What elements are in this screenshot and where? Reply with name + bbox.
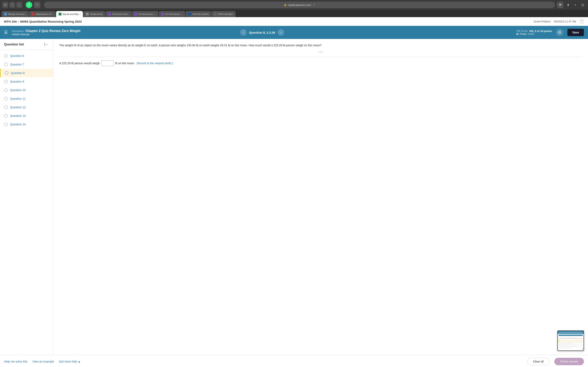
hack-icon[interactable]: ⚑ <box>557 2 563 8</box>
reload-btn[interactable]: ↺ <box>313 3 315 7</box>
tab-homework1[interactable]: Homework and... <box>105 11 131 17</box>
help-icon[interactable]: ? <box>579 19 584 24</box>
reading-view-btn[interactable]: ⊡ <box>580 2 586 8</box>
sidebar-item-q11[interactable]: Question 11 <box>0 94 53 103</box>
hw-label: Homework: <box>12 30 24 33</box>
user-name: Zineb Philibert <box>534 20 551 23</box>
forward-btn[interactable]: › <box>16 2 22 8</box>
hw-score-section: HW Score: 0%, 0 of 18 points Points: 0 o… <box>516 30 552 35</box>
help-me-solve-btn[interactable]: Help me solve this <box>4 360 27 363</box>
tab-label-assignments: Assignments <box>90 13 103 15</box>
tab-favicon-biology <box>4 13 7 16</box>
tab-gpa[interactable]: GPA Calculator <box>212 11 236 17</box>
tab-favicon-grades <box>188 13 191 16</box>
tab-mylab[interactable]: MyLab and Mas... <box>56 11 83 17</box>
view-example-btn[interactable]: View an example <box>32 360 54 363</box>
url-text: mylab.pearson.com <box>288 3 311 7</box>
check-answer-btn[interactable]: Check answer <box>554 358 584 365</box>
sidebar-toggle-btn[interactable]: ⊡ <box>2 2 8 8</box>
tab-favicon-mylab <box>59 13 61 16</box>
sidebar-item-q14[interactable]: Question 14 <box>0 120 53 129</box>
tab-favicon-hw2 <box>134 13 137 16</box>
q13-circle <box>4 114 8 118</box>
browser-controls: ⊡ ‹ › <box>2 2 22 8</box>
tab-label-mylab: MyLab and Mas... <box>63 13 80 15</box>
tab-homework3[interactable]: Do Homework -... <box>159 11 185 17</box>
answer-input[interactable] <box>101 60 113 66</box>
sidebar-item-q13[interactable]: Question 13 <box>0 111 53 120</box>
expand-dots[interactable]: • • • <box>59 51 582 54</box>
q8-label: Question 8 <box>11 71 25 75</box>
tab-label-gpa: GPA Calculator <box>218 13 233 15</box>
thumbnail-overlay: ↗ <box>557 331 584 351</box>
points-value: 0 of 1 <box>528 33 535 35</box>
q10-circle <box>4 88 8 92</box>
sidebar-item-q8[interactable]: Question 8 <box>0 69 53 77</box>
hw-score-value: 0%, 0 of 18 points <box>529 30 552 33</box>
q7-label: Question 7 <box>10 63 24 66</box>
tab-homework2[interactable]: Do Homework -... <box>132 11 158 17</box>
hw-menu-btn[interactable]: ☰ <box>4 30 8 35</box>
hw-nav: ‹ Question 8, 2.3.39 › <box>240 29 284 36</box>
tab-assignments[interactable]: Assignments <box>83 11 105 17</box>
answer-suffix: lb on the moon. <box>115 62 135 65</box>
q6-label: Question 6 <box>10 54 24 58</box>
extension-icon[interactable]: 🛡 <box>34 2 40 8</box>
share-btn[interactable]: ⬆ <box>565 2 571 8</box>
question-list-header: Question list |← <box>0 42 53 50</box>
sidebar-item-q7[interactable]: Question 7 <box>0 60 53 69</box>
question-nav-label: Question 8, 2.3.39 <box>249 31 275 34</box>
q14-label: Question 14 <box>10 123 26 126</box>
tab-bar: Biology final exa... Applications | R...… <box>0 10 588 17</box>
q6-circle <box>4 54 8 58</box>
sidebar-item-q12[interactable]: Question 12 <box>0 103 53 111</box>
tab-label-biology: Biology final exa... <box>8 13 26 15</box>
q10-label: Question 10 <box>10 89 26 92</box>
q12-label: Question 12 <box>10 106 26 109</box>
q14-circle <box>4 123 8 126</box>
tab-favicon-applications <box>32 13 35 16</box>
prev-question-btn[interactable]: ‹ <box>240 29 247 36</box>
tab-favicon-assignments <box>86 13 89 16</box>
lock-icon: 🔒 <box>284 4 287 6</box>
grammarly-icon[interactable]: G <box>26 2 32 8</box>
hw-header: ☰ Homework: Chapter 2 Quiz Review Zero W… <box>0 26 588 39</box>
hw-score-label: HW Score: <box>516 30 528 33</box>
tab-label-hw3: Do Homework -... <box>165 13 183 15</box>
hw-subtitle: Infinite Attempt <box>12 33 236 36</box>
main-layout: Question list |← Question 6 Question 7 Q… <box>0 39 588 355</box>
collapse-sidebar-btn[interactable]: |← <box>44 42 49 47</box>
browser-chrome: ⊡ ‹ › G 🛡 🔒 mylab.pearson.com ↺ ⚑ ⬆ + ⊡ <box>0 0 588 10</box>
hw-title-section: Homework: Chapter 2 Quiz Review Zero Wei… <box>12 29 236 36</box>
save-btn[interactable]: Save <box>567 29 584 36</box>
address-bar[interactable]: 🔒 mylab.pearson.com ↺ <box>44 2 555 8</box>
question-text: The weight M of an object on the moon va… <box>59 43 582 48</box>
q13-label: Question 13 <box>10 114 26 117</box>
tab-biology[interactable]: Biology final exa... <box>2 11 29 17</box>
new-tab-btn[interactable]: + <box>572 2 578 8</box>
thumbnail-inner: ↗ <box>558 331 584 350</box>
tab-favicon-gpa <box>214 13 217 16</box>
sidebar-item-q6[interactable]: Question 6 <box>0 52 53 60</box>
get-more-help-btn[interactable]: Get more help ▲ <box>59 360 81 363</box>
content-area: The weight M of an object on the moon va… <box>53 39 588 355</box>
round-note: (Round to the nearest tenth.) <box>137 62 173 65</box>
hw-settings-btn[interactable]: ⚙ <box>556 29 563 36</box>
q11-circle <box>4 97 8 100</box>
tab-label-hw2: Do Homework -... <box>138 13 156 15</box>
next-question-btn[interactable]: › <box>278 29 284 36</box>
course-title: MTH 154 – W09S Quantitative Reasoning Sp… <box>4 20 82 23</box>
q8-circle <box>5 71 8 75</box>
tab-label-hw1: Homework and... <box>112 13 129 15</box>
tab-favicon-hw3 <box>161 13 164 16</box>
sidebar: Question list |← Question 6 Question 7 Q… <box>0 39 53 355</box>
hw-title: Chapter 2 Quiz Review Zero Weight <box>26 29 80 33</box>
tab-grades[interactable]: View My Grades <box>186 11 211 17</box>
tab-applications[interactable]: Applications | R... <box>29 11 56 17</box>
clear-all-btn[interactable]: Clear all <box>527 358 549 365</box>
hw-points-line: Points: 0 of 1 <box>516 33 552 35</box>
thumbnail-resize-icon[interactable]: ↗ <box>581 348 583 350</box>
sidebar-item-q9[interactable]: Question 9 <box>0 77 53 86</box>
back-btn[interactable]: ‹ <box>9 2 15 8</box>
sidebar-item-q10[interactable]: Question 10 <box>0 86 53 94</box>
